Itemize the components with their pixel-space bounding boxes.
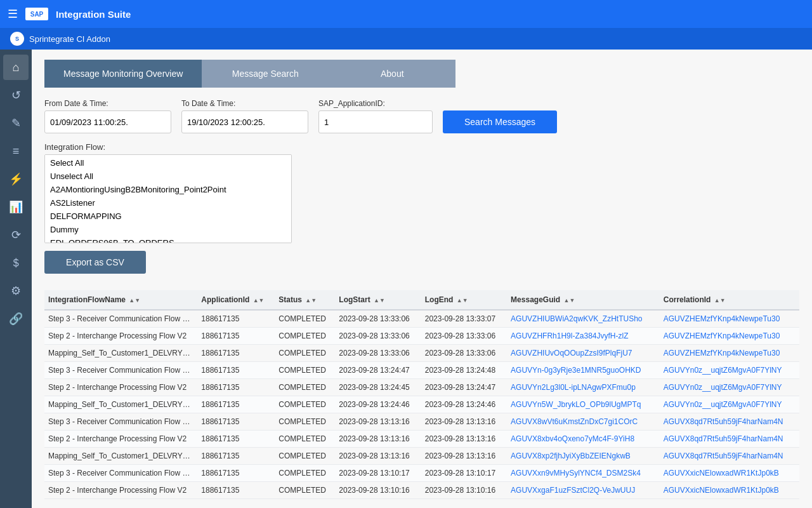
- cell-message-guid-link[interactable]: AGUVX8xp2fjhJyiXyBbZEIENgkwB: [511, 451, 631, 460]
- cell-log-end: 2023-09-28 13:13:16: [421, 431, 507, 448]
- cell-message-guid-link[interactable]: AGUVX8xbv4oQxeno7yMc4F-9YiH8: [511, 434, 634, 443]
- cell-correlation-id[interactable]: AGUVX8qd7Rt5uh59jF4harNam4N: [660, 448, 799, 465]
- cell-message-guid-link[interactable]: AGUVXxn9vMHySylYNCf4_DSM2Sk4: [511, 469, 641, 478]
- cell-correlation-id-link[interactable]: AGUVX8qd7Rt5uh59jF4harNam4N: [664, 434, 783, 443]
- results-table: IntegrationFlowName ▲▼ ApplicationId ▲▼ …: [44, 290, 799, 499]
- cell-message-guid-link[interactable]: AGUVXxgaF1uzFSztCl2Q-VeJwUUJ: [511, 486, 635, 495]
- cell-message-guid-link[interactable]: AGUVYn2Lg3l0L-ipLNAgwPXFmu0p: [511, 383, 636, 392]
- cell-log-start: 2023-09-28 13:24:46: [335, 396, 421, 413]
- sidebar-item-back[interactable]: ↺: [3, 83, 29, 108]
- cell-message-guid[interactable]: AGUVZHFRh1H9l-Za384JvyfH-zlZ: [507, 328, 660, 345]
- col-header-correlation-id[interactable]: CorrelationId ▲▼: [660, 290, 799, 310]
- export-csv-button[interactable]: Export as CSV: [44, 251, 146, 274]
- flow-option-dummy[interactable]: Dummy: [46, 223, 290, 236]
- cell-correlation-id[interactable]: AGUVYn0z__uqjtZ6MgvA0F7YlNY: [660, 396, 799, 413]
- app-id-input[interactable]: [318, 110, 433, 133]
- search-messages-button[interactable]: Search Messages: [443, 110, 557, 133]
- sidebar-item-edit[interactable]: ✎: [3, 110, 29, 136]
- sort-arrows-correlation-id[interactable]: ▲▼: [714, 297, 726, 304]
- to-date-group: To Date & Time:: [181, 99, 308, 133]
- cell-correlation-id[interactable]: AGUVYn0z__uqjtZ6MgvA0F7YlNY: [660, 362, 799, 379]
- sidebar-item-analytics[interactable]: ⚡: [3, 166, 29, 192]
- sidebar-item-settings[interactable]: ⚙: [3, 278, 29, 304]
- flow-option-unselect-all[interactable]: Unselect All: [46, 170, 290, 183]
- integration-flow-section: Integration Flow: Select All Unselect Al…: [44, 142, 799, 243]
- sort-arrows-application-id[interactable]: ▲▼: [253, 297, 265, 304]
- cell-message-guid-link[interactable]: AGUVYn5W_JbrykLO_OPb9lUgMPTq: [511, 400, 641, 409]
- cell-correlation-id-link[interactable]: AGUVXxicNElowxadWR1KtJp0kB: [664, 469, 779, 478]
- cell-message-guid[interactable]: AGUVXxn9vMHySylYNCf4_DSM2Sk4: [507, 465, 660, 482]
- cell-flow-name: Step 3 - Receiver Communication Flow V2 …: [44, 362, 197, 379]
- cell-correlation-id[interactable]: AGUVYn0z__uqjtZ6MgvA0F7YlNY: [660, 379, 799, 396]
- cell-correlation-id[interactable]: AGUVZHEMzfYKnp4kNewpeTu30: [660, 345, 799, 362]
- cell-correlation-id[interactable]: AGUVZHEMzfYKnp4kNewpeTu30: [660, 310, 799, 328]
- cell-correlation-id-link[interactable]: AGUVX8qd7Rt5uh59jF4harNam4N: [664, 451, 783, 460]
- cell-log-end: 2023-09-28 13:10:17: [421, 465, 507, 482]
- cell-correlation-id-link[interactable]: AGUVX8qd7Rt5uh59jF4harNam4N: [664, 417, 783, 426]
- sort-arrows-integration-flow[interactable]: ▲▼: [129, 297, 140, 304]
- flow-option-a2a[interactable]: A2AMontioringUsingB2BMonitoring_Point2Po…: [46, 183, 290, 196]
- cell-message-guid[interactable]: AGUVZHIUvOqOOupZzsI9fPlqFjU7: [507, 345, 660, 362]
- cell-message-guid[interactable]: AGUVX8xbv4oQxeno7yMc4F-9YiH8: [507, 431, 660, 448]
- cell-correlation-id[interactable]: AGUVZHEMzfYKnp4kNewpeTu30: [660, 328, 799, 345]
- cell-flow-name: Step 2 - Interchange Processing Flow V2: [44, 431, 197, 448]
- sidebar-item-dollar[interactable]: ＄: [3, 250, 29, 276]
- cell-correlation-id[interactable]: AGUVXxicNElowxadWR1KtJp0kB: [660, 482, 799, 499]
- table-row: Mapping_Self_To_Customer1_DELVRY03ToDESA…: [44, 345, 799, 362]
- table-body: Step 3 - Receiver Communication Flow V2 …: [44, 310, 799, 499]
- cell-correlation-id[interactable]: AGUVX8qd7Rt5uh59jF4harNam4N: [660, 413, 799, 431]
- cell-correlation-id-link[interactable]: AGUVYn0z__uqjtZ6MgvA0F7YlNY: [664, 383, 782, 392]
- cell-message-guid-link[interactable]: AGUVZHIUvOqOOupZzsI9fPlqFjU7: [511, 349, 632, 358]
- sort-arrows-log-end[interactable]: ▲▼: [457, 297, 468, 304]
- cell-correlation-id-link[interactable]: AGUVZHEMzfYKnp4kNewpeTu30: [664, 314, 780, 323]
- cell-message-guid-link[interactable]: AGUVX8wVt6uKmstZnDxC7gi1COrC: [511, 417, 638, 426]
- flow-option-as2listener[interactable]: AS2Listener: [46, 196, 290, 210]
- flow-option-delformapping[interactable]: DELFORMAPPING: [46, 210, 290, 223]
- cell-message-guid[interactable]: AGUVX8xp2fjhJyiXyBbZEIENgkwB: [507, 448, 660, 465]
- cell-message-guid[interactable]: AGUVYn-0g3yRje3e1MNR5guoOHKD: [507, 362, 660, 379]
- sort-arrows-message-guid[interactable]: ▲▼: [563, 297, 575, 304]
- main-layout: ⌂ ↺ ✎ ≡ ⚡ 📊 ⟳ ＄ ⚙ 🔗 Message Monitoring O…: [0, 50, 812, 508]
- sidebar-item-sync[interactable]: ⟳: [3, 222, 29, 248]
- sidebar-item-chart[interactable]: 📊: [3, 194, 29, 220]
- cell-message-guid-link[interactable]: AGUVZHFRh1H9l-Za384JvyfH-zlZ: [511, 331, 628, 340]
- col-header-status[interactable]: Status ▲▼: [275, 290, 335, 310]
- cell-message-guid[interactable]: AGUVYn2Lg3l0L-ipLNAgwPXFmu0p: [507, 379, 660, 396]
- cell-message-guid[interactable]: AGUVX8wVt6uKmstZnDxC7gi1COrC: [507, 413, 660, 431]
- sidebar-item-home[interactable]: ⌂: [3, 55, 29, 80]
- cell-correlation-id-link[interactable]: AGUVYn0z__uqjtZ6MgvA0F7YlNY: [664, 366, 782, 375]
- sidebar-item-list[interactable]: ≡: [3, 138, 29, 164]
- col-header-application-id[interactable]: ApplicationId ▲▼: [197, 290, 275, 310]
- cell-message-guid[interactable]: AGUVZHIUBWiA2qwKVK_ZzHtTUSho: [507, 310, 660, 328]
- col-header-log-start[interactable]: LogStart ▲▼: [335, 290, 421, 310]
- col-header-log-end[interactable]: LogEnd ▲▼: [421, 290, 507, 310]
- hamburger-menu-icon[interactable]: ☰: [8, 7, 18, 21]
- cell-app-id: 188617135: [197, 310, 275, 328]
- table-row: Step 2 - Interchange Processing Flow V21…: [44, 431, 799, 448]
- cell-message-guid[interactable]: AGUVYn5W_JbrykLO_OPb9lUgMPTq: [507, 396, 660, 413]
- cell-correlation-id-link[interactable]: AGUVZHEMzfYKnp4kNewpeTu30: [664, 331, 780, 340]
- col-header-integration-flow-name[interactable]: IntegrationFlowName ▲▼: [44, 290, 197, 310]
- flow-option-edi-orders[interactable]: EDI_ORDERS96B_TO_ORDERS: [46, 236, 290, 243]
- cell-status: COMPLETED: [275, 396, 335, 413]
- cell-correlation-id-link[interactable]: AGUVXxicNElowxadWR1KtJp0kB: [664, 486, 779, 495]
- cell-message-guid-link[interactable]: AGUVZHIUBWiA2qwKVK_ZzHtTUSho: [511, 314, 642, 323]
- tab-message-search[interactable]: Message Search: [202, 60, 329, 88]
- cell-correlation-id[interactable]: AGUVXxicNElowxadWR1KtJp0kB: [660, 465, 799, 482]
- to-date-input[interactable]: [181, 110, 308, 133]
- from-date-input[interactable]: [44, 110, 171, 133]
- sidebar-item-link[interactable]: 🔗: [3, 306, 29, 331]
- col-header-message-guid[interactable]: MessageGuid ▲▼: [507, 290, 660, 310]
- cell-correlation-id-link[interactable]: AGUVZHEMzfYKnp4kNewpeTu30: [664, 349, 780, 358]
- cell-log-start: 2023-09-28 13:24:45: [335, 379, 421, 396]
- integration-flow-select[interactable]: Select All Unselect All A2AMontioringUsi…: [44, 154, 292, 243]
- sort-arrows-log-start[interactable]: ▲▼: [374, 297, 385, 304]
- cell-correlation-id-link[interactable]: AGUVYn0z__uqjtZ6MgvA0F7YlNY: [664, 400, 782, 409]
- cell-correlation-id[interactable]: AGUVX8qd7Rt5uh59jF4harNam4N: [660, 431, 799, 448]
- tab-about[interactable]: About: [329, 60, 455, 88]
- cell-message-guid-link[interactable]: AGUVYn-0g3yRje3e1MNR5guoOHKD: [511, 366, 641, 375]
- flow-option-select-all[interactable]: Select All: [46, 156, 290, 170]
- sort-arrows-status[interactable]: ▲▼: [305, 297, 317, 304]
- cell-message-guid[interactable]: AGUVXxgaF1uzFSztCl2Q-VeJwUUJ: [507, 482, 660, 499]
- tab-message-monitoring-overview[interactable]: Message Monitoring Overview: [44, 60, 202, 88]
